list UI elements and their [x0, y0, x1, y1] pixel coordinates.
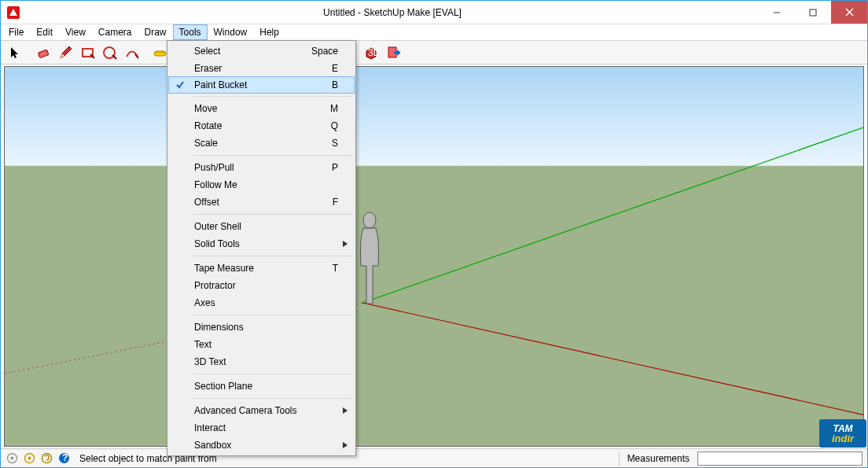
menu-item-eraser[interactable]: EraserE: [169, 60, 354, 77]
submenu-arrow-icon: [343, 407, 348, 414]
menu-item-protractor[interactable]: Protractor: [169, 277, 354, 294]
check-gutter: [169, 176, 191, 193]
menu-item-shortcut: M: [330, 103, 338, 114]
geolocation-status-icon[interactable]: [6, 452, 18, 465]
menu-item-label: Axes: [191, 297, 338, 308]
menu-item-label: Dimensions: [191, 322, 338, 333]
check-gutter: [169, 135, 191, 152]
toolbar: A1 3D: [1, 41, 867, 64]
menu-item-label: Sandbox: [191, 440, 338, 451]
menubar-item-edit[interactable]: Edit: [30, 24, 59, 40]
menu-separator: [193, 315, 352, 315]
viewport[interactable]: [1, 64, 867, 448]
check-gutter: [169, 60, 191, 77]
check-gutter: [169, 100, 191, 117]
3d-warehouse-icon[interactable]: 3D: [361, 42, 381, 63]
close-button[interactable]: [831, 1, 867, 24]
check-icon: [175, 80, 185, 90]
menu-item-follow-me[interactable]: Follow Me: [169, 176, 354, 193]
menu-item-push-pull[interactable]: Push/PullP: [169, 159, 354, 176]
check-gutter: [169, 437, 191, 454]
maximize-button[interactable]: [795, 1, 831, 24]
minimize-button[interactable]: [759, 1, 795, 24]
menu-separator: [193, 398, 352, 399]
menu-item-interact[interactable]: Interact: [169, 419, 354, 437]
menu-item-section-plane[interactable]: Section Plane: [169, 378, 354, 395]
menu-item-paint-bucket[interactable]: Paint BucketB: [168, 76, 355, 94]
menu-item-shortcut: F: [333, 197, 338, 208]
pencil-tool-icon[interactable]: [56, 42, 76, 63]
arc-tool-icon[interactable]: [122, 42, 142, 63]
menu-item-shortcut: T: [333, 263, 338, 274]
menu-item-label: Offset: [191, 197, 333, 208]
watermark: TAM indir: [819, 419, 866, 448]
check-gutter: [169, 353, 191, 370]
statusbar: ? Select object to match paint from Meas…: [1, 448, 867, 467]
export-icon[interactable]: [383, 42, 403, 63]
menu-item-3d-text[interactable]: 3D Text: [169, 353, 354, 370]
rectangle-tool-icon[interactable]: [78, 42, 98, 63]
menu-item-shortcut: P: [332, 162, 338, 173]
check-gutter: [169, 193, 191, 211]
circle-tool-icon[interactable]: [100, 42, 120, 63]
menu-separator: [193, 374, 352, 374]
check-gutter: [169, 294, 191, 311]
menubar-item-help[interactable]: Help: [253, 24, 285, 40]
menubar-item-camera[interactable]: Camera: [92, 24, 138, 40]
measurements-label: Measurements: [627, 453, 690, 464]
menu-separator: [193, 155, 352, 156]
svg-text:3D: 3D: [368, 47, 379, 58]
select-tool-icon[interactable]: [6, 42, 26, 63]
menu-item-label: Solid Tools: [191, 238, 338, 249]
check-gutter: [169, 42, 191, 60]
check-gutter: [169, 277, 191, 294]
menu-item-label: Tape Measure: [191, 263, 333, 274]
menu-item-label: Push/Pull: [191, 162, 332, 173]
menu-item-outer-shell[interactable]: Outer Shell: [169, 218, 354, 235]
svg-line-26: [362, 127, 863, 303]
window-buttons: [759, 1, 867, 24]
menu-item-tape-measure[interactable]: Tape MeasureT: [169, 260, 354, 277]
menu-item-scale[interactable]: ScaleS: [169, 135, 354, 152]
menu-item-dimensions[interactable]: Dimensions: [169, 319, 354, 336]
menubar-item-view[interactable]: View: [59, 24, 92, 40]
check-gutter: [169, 77, 191, 93]
check-gutter: [169, 159, 191, 176]
menu-item-label: Outer Shell: [191, 221, 338, 232]
measurements-input[interactable]: [697, 451, 862, 466]
menubar[interactable]: FileEditViewCameraDrawToolsWindowHelp: [1, 24, 867, 41]
menu-item-sandbox[interactable]: Sandbox: [169, 437, 354, 454]
menubar-item-draw[interactable]: Draw: [138, 24, 173, 40]
menu-item-label: Protractor: [191, 280, 338, 291]
menubar-item-window[interactable]: Window: [208, 24, 254, 40]
menu-item-text[interactable]: Text: [169, 336, 354, 353]
submenu-arrow-icon: [343, 442, 348, 448]
credits-status-icon[interactable]: [23, 452, 35, 465]
eraser-tool-icon[interactable]: [34, 42, 54, 63]
menu-separator: [193, 256, 352, 256]
menu-separator: [193, 96, 352, 97]
menu-item-label: Eraser: [191, 63, 332, 74]
menu-item-label: Paint Bucket: [191, 79, 332, 90]
menu-item-solid-tools[interactable]: Solid Tools: [169, 235, 354, 252]
default-figure: [357, 211, 382, 305]
menu-item-move[interactable]: MoveM: [169, 100, 354, 117]
check-gutter: [169, 260, 191, 277]
app-window: Untitled - SketchUp Make [EVAL] FileEdit…: [0, 0, 868, 468]
menu-item-label: Section Plane: [191, 381, 338, 392]
menu-item-rotate[interactable]: RotateQ: [169, 117, 354, 135]
titlebar[interactable]: Untitled - SketchUp Make [EVAL]: [1, 1, 867, 24]
check-gutter: [169, 117, 191, 135]
menu-item-advanced-camera-tools[interactable]: Advanced Camera Tools: [169, 402, 354, 419]
help-status-icon[interactable]: ?: [57, 452, 70, 465]
check-gutter: [169, 235, 191, 252]
menu-item-select[interactable]: SelectSpace: [169, 42, 354, 60]
tools-menu-dropdown[interactable]: SelectSpaceEraserEPaint BucketBMoveMRota…: [167, 40, 356, 456]
menu-item-label: Move: [191, 103, 330, 114]
menu-item-label: Scale: [191, 138, 332, 149]
menubar-item-file[interactable]: File: [2, 24, 30, 40]
menu-item-offset[interactable]: OffsetF: [169, 193, 354, 211]
menubar-item-tools[interactable]: Tools: [173, 24, 208, 40]
claim-status-icon[interactable]: [40, 452, 53, 465]
menu-item-axes[interactable]: Axes: [169, 294, 354, 311]
